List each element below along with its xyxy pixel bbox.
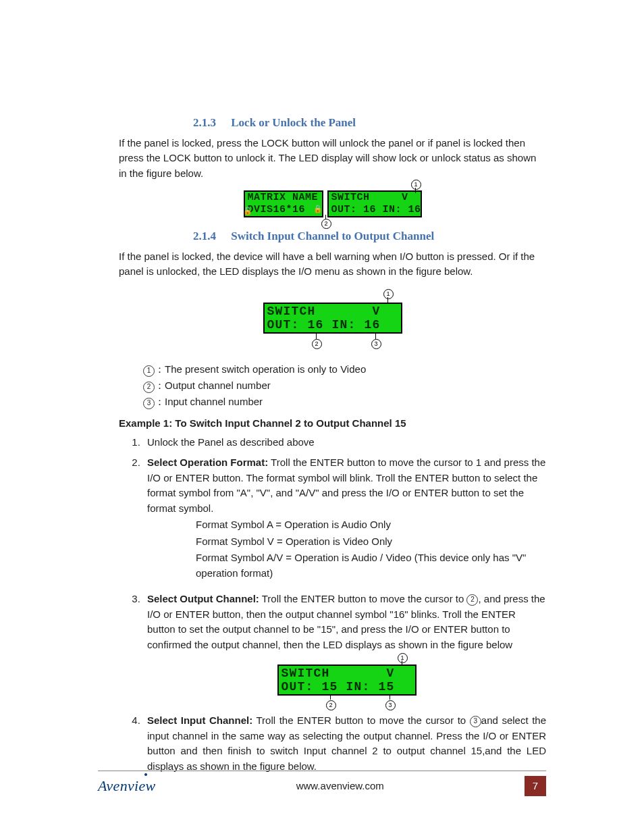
heading-214-num: 2.1.4 <box>193 230 216 242</box>
heading-213-title: Lock or Unlock the Panel <box>231 116 356 129</box>
step-2: Select Operation Format: Troll the ENTER… <box>143 455 546 581</box>
step-4-circ: 3 <box>470 716 481 727</box>
format-v: Format Symbol V = Operation is Video Onl… <box>196 534 546 550</box>
step-4: Select Input Channel: Troll the ENTER bu… <box>143 713 546 774</box>
fig1-call2: 2 <box>321 219 331 229</box>
step-3-label: Select Output Channel: <box>147 593 259 604</box>
figure-lock: MATRIX NAME DVIS16*16 🔒 🔓 SWITCH V OUT: … <box>119 190 546 217</box>
steps-list: Unlock the Panel as described above Sele… <box>143 435 546 775</box>
footer: Avenview www.avenview.com 7 <box>98 771 546 797</box>
heading-213: 2.1.3 Lock or Unlock the Panel <box>193 115 546 132</box>
heading-214-title: Switch Input Channel to Output Channel <box>231 230 434 242</box>
step-4-pre: Troll the ENTER button to move the curso… <box>252 714 470 726</box>
fig2-call2: 2 <box>312 339 322 349</box>
lcd-switch-15-l2: OUT: 15 IN: 15 <box>280 680 414 694</box>
lcd-switch-small: SWITCH V OUT: 16 IN: 16 <box>327 190 422 217</box>
lcd-matrix: MATRIX NAME DVIS16*16 🔒 🔓 <box>244 190 323 217</box>
legend-3: 3：Input channel number <box>143 394 546 409</box>
footer-url: www.avenview.com <box>296 779 384 793</box>
lock-open-icon: 🔓 <box>243 205 253 217</box>
para-214: If the panel is locked, the device will … <box>119 249 546 280</box>
lcd-switch-small-l1: SWITCH V <box>329 192 421 204</box>
legend-2: 2：Output channel number <box>143 378 546 393</box>
fig1-call1: 1 <box>411 180 421 190</box>
lock-closed-icon: 🔒 <box>313 203 323 215</box>
lcd-switch-big-l2: OUT: 16 IN: 16 <box>266 318 400 332</box>
lcd-matrix-line1: MATRIX NAME <box>245 192 322 204</box>
lcd-switch-big-l1: SWITCH V <box>266 305 400 318</box>
fig3-call1: 1 <box>398 653 408 663</box>
para-213: If the panel is locked, press the LOCK b… <box>119 136 546 182</box>
fig2-call3: 3 <box>371 339 381 349</box>
heading-214: 2.1.4 Switch Input Channel to Output Cha… <box>193 228 546 245</box>
lcd-switch-big: SWITCH V OUT: 16 IN: 16 <box>263 303 402 334</box>
step-3: Select Output Channel: Troll the ENTER b… <box>143 592 546 708</box>
figure-switch-15: SWITCH V OUT: 15 IN: 15 1 2 3 <box>147 652 546 708</box>
legend: 1：The present switch operation is only t… <box>143 362 546 409</box>
step-3-circ: 2 <box>466 594 478 606</box>
format-av: Format Symbol A/V = Operation is Audio /… <box>196 550 546 581</box>
lcd-switch-15-l1: SWITCH V <box>280 667 414 680</box>
step-2-label: Select Operation Format: <box>147 457 268 468</box>
heading-213-num: 2.1.3 <box>193 116 216 129</box>
lcd-matrix-line2: DVIS16*16 <box>245 204 322 216</box>
fig3-call3: 3 <box>385 700 396 710</box>
lcd-switch-small-l2: OUT: 16 IN: 16 <box>329 204 421 216</box>
step-3-pre: Troll the ENTER button to move the curso… <box>259 593 467 604</box>
page-number: 7 <box>525 776 546 796</box>
fig2-call1: 1 <box>383 289 394 299</box>
lcd-switch-15: SWITCH V OUT: 15 IN: 15 <box>277 664 417 696</box>
format-a: Format Symbol A = Operation is Audio Onl… <box>196 517 546 533</box>
figure-switch-16: SWITCH V OUT: 16 IN: 16 1 2 3 <box>119 289 546 347</box>
fig3-call2: 2 <box>326 700 336 710</box>
example-title: Example 1: To Switch Input Channel 2 to … <box>119 416 546 431</box>
legend-1: 1：The present switch operation is only t… <box>143 362 546 377</box>
logo: Avenview <box>98 775 155 797</box>
page: 2.1.3 Lock or Unlock the Panel If the pa… <box>0 0 644 834</box>
step-4-label: Select Input Channel: <box>147 714 252 726</box>
step-1: Unlock the Panel as described above <box>143 435 546 450</box>
